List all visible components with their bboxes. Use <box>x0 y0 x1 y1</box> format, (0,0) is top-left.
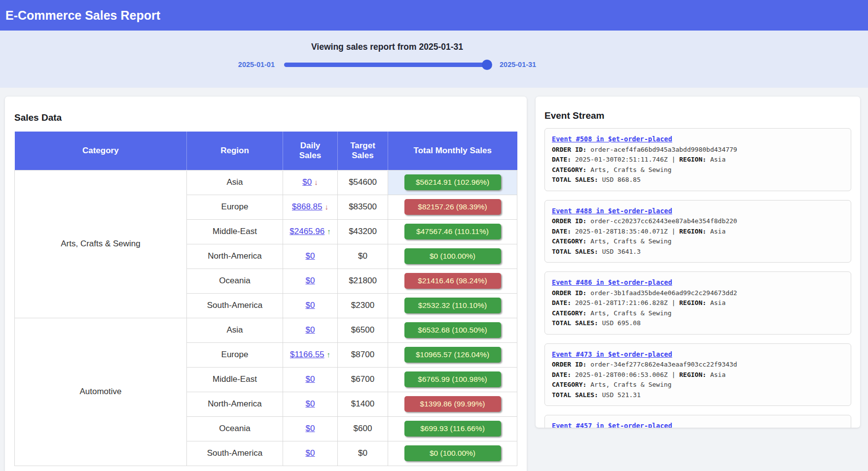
trend-up-icon: ↑ <box>327 350 331 359</box>
region-cell: Middle-East <box>187 367 283 392</box>
event-category-line: CATEGORY: Arts, Crafts & Sewing <box>552 308 844 319</box>
page-title: E-Commerce Sales Report <box>5 8 160 23</box>
category-label: CATEGORY: <box>552 381 586 388</box>
daily-sales-link[interactable]: $1166.55 <box>290 350 325 359</box>
region-cell: Asia <box>187 318 283 342</box>
daily-sales-cell: $868.85↓ <box>283 195 338 219</box>
region-cell: Europe <box>187 195 283 219</box>
total-sales-badge: $2532.32 (110.10%) <box>404 298 501 313</box>
event-date-region-line: DATE: 2025-01-30T02:51:11.746Z | REGION:… <box>552 155 844 165</box>
order-id-label: ORDER ID: <box>552 289 586 297</box>
event-card: Event #488 in $et-order-placedORDER ID: … <box>544 200 851 263</box>
total-sales-badge: $56214.91 (102.96%) <box>404 174 501 190</box>
event-link[interactable]: Event #486 in $et-order-placed <box>552 278 672 286</box>
column-header-category: Category <box>15 132 187 170</box>
event-link[interactable]: Event #473 in $et-order-placed <box>552 350 672 358</box>
total-sales-label: TOTAL SALES: <box>552 176 598 183</box>
slider-knob[interactable] <box>482 60 492 70</box>
event-title-line: Event #488 in $et-order-placed <box>552 206 844 217</box>
total-monthly-sales-cell: $6532.68 (100.50%) <box>388 318 517 342</box>
region-cell: North-America <box>187 244 283 269</box>
target-sales-cell: $6700 <box>338 367 388 392</box>
total-sales-badge: $47567.46 (110.11%) <box>404 224 501 239</box>
order-id-label: ORDER ID: <box>552 217 586 225</box>
daily-sales-link[interactable]: $0 <box>306 251 315 261</box>
daily-sales-link[interactable]: $0 <box>306 424 315 433</box>
table-header-row: Category Region Daily Sales Target Sales… <box>15 132 517 170</box>
event-title-line: Event #457 in $et-order-placed <box>552 421 844 428</box>
event-category-line: CATEGORY: Arts, Crafts & Sewing <box>552 236 844 247</box>
event-link[interactable]: Event #488 in $et-order-placed <box>552 207 672 215</box>
total-sales-badge: $6765.99 (100.98%) <box>404 371 501 387</box>
region-cell: Middle-East <box>187 219 283 244</box>
event-total-sales-line: TOTAL SALES: USD 868.85 <box>552 175 844 185</box>
region-cell: Europe <box>187 342 283 367</box>
event-order-id-line: ORDER ID: order-3b1faad35bde4e06ad99c2c2… <box>552 288 844 299</box>
target-sales-cell: $54600 <box>338 170 388 195</box>
daily-sales-link[interactable]: $868.85 <box>292 202 322 211</box>
target-sales-cell: $0 <box>338 244 388 269</box>
region-label: REGION: <box>679 156 706 163</box>
date-range-slider[interactable] <box>284 63 490 67</box>
daily-sales-link[interactable]: $0 <box>306 448 315 458</box>
event-category-line: CATEGORY: Arts, Crafts & Sewing <box>552 165 844 175</box>
sales-table: Category Region Daily Sales Target Sales… <box>14 132 517 466</box>
event-stream-title: Event Stream <box>544 110 851 121</box>
total-monthly-sales-cell: $47567.46 (110.11%) <box>388 219 517 244</box>
region-cell: North-America <box>187 392 283 416</box>
total-monthly-sales-cell: $0 (100.00%) <box>388 441 517 466</box>
daily-sales-cell: $1166.55↑ <box>283 342 338 367</box>
trend-down-icon: ↓ <box>314 178 318 186</box>
region-cell: Oceania <box>187 416 283 441</box>
total-monthly-sales-cell: $1399.86 (99.99%) <box>388 392 517 416</box>
event-stream-panel: Event Stream Event #508 in $et-order-pla… <box>536 97 860 428</box>
sales-table-body: Arts, Crafts & SewingAsia$0↓$54600$56214… <box>15 170 517 466</box>
region-label: REGION: <box>679 228 706 235</box>
trend-down-icon: ↓ <box>325 202 328 211</box>
event-title-line: Event #473 in $et-order-placed <box>552 349 844 360</box>
daily-sales-link[interactable]: $0 <box>306 276 315 285</box>
daily-sales-cell: $0 <box>283 244 338 269</box>
target-sales-cell: $83500 <box>338 195 388 219</box>
daily-sales-link[interactable]: $0 <box>306 399 315 408</box>
daily-sales-cell: $0 <box>283 392 338 416</box>
column-header-target-sales: Target Sales <box>338 132 388 170</box>
total-monthly-sales-cell: $6765.99 (100.98%) <box>388 367 517 392</box>
daily-sales-cell: $0 <box>283 293 338 318</box>
event-card: Event #473 in $et-order-placedORDER ID: … <box>544 343 851 406</box>
daily-sales-cell: $0↓ <box>283 170 338 195</box>
date-label: DATE: <box>552 156 571 163</box>
date-filter-section: Viewing sales report from 2025-01-31 202… <box>0 31 868 88</box>
event-total-sales-line: TOTAL SALES: USD 521.31 <box>552 390 844 401</box>
table-row: AutomotiveAsia$0$6500$6532.68 (100.50%) <box>15 318 517 342</box>
event-link[interactable]: Event #457 in $et-order-placed <box>552 422 672 428</box>
event-order-id-line: ORDER ID: order-34ef277c862e4a3eaaf903cc… <box>552 360 844 370</box>
daily-sales-link[interactable]: $0 <box>306 374 315 384</box>
event-link[interactable]: Event #508 in $et-order-placed <box>552 135 672 143</box>
order-id-label: ORDER ID: <box>552 146 586 153</box>
column-header-total-monthly-sales: Total Monthly Sales <box>388 132 517 170</box>
daily-sales-link[interactable]: $2465.96 <box>289 227 325 236</box>
category-cell: Automotive <box>15 318 187 466</box>
category-cell: Arts, Crafts & Sewing <box>15 170 187 318</box>
event-total-sales-line: TOTAL SALES: USD 695.08 <box>552 318 844 329</box>
table-row: Arts, Crafts & SewingAsia$0↓$54600$56214… <box>15 170 517 195</box>
event-date-region-line: DATE: 2025-01-28T00:06:53.006Z | REGION:… <box>552 370 844 380</box>
target-sales-cell: $8700 <box>338 342 388 367</box>
region-label: REGION: <box>679 299 706 306</box>
date-label: DATE: <box>552 299 571 306</box>
total-monthly-sales-cell: $10965.57 (126.04%) <box>388 342 517 367</box>
event-date-region-line: DATE: 2025-01-28T17:21:06.828Z | REGION:… <box>552 298 844 308</box>
daily-sales-link[interactable]: $0 <box>302 177 312 187</box>
region-cell: Oceania <box>187 269 283 293</box>
slider-label: Viewing sales report from 2025-01-31 <box>311 42 463 52</box>
event-order-id-line: ORDER ID: order-acef4fa66bd945a3abdd9980… <box>552 145 844 155</box>
daily-sales-link[interactable]: $0 <box>306 301 315 310</box>
region-label: REGION: <box>679 371 706 378</box>
slider-start-date: 2025-01-01 <box>238 61 275 68</box>
region-cell: South-America <box>187 293 283 318</box>
total-sales-label: TOTAL SALES: <box>552 391 598 399</box>
total-sales-badge: $0 (100.00%) <box>404 445 501 461</box>
daily-sales-cell: $0 <box>283 318 338 342</box>
daily-sales-link[interactable]: $0 <box>306 325 315 335</box>
